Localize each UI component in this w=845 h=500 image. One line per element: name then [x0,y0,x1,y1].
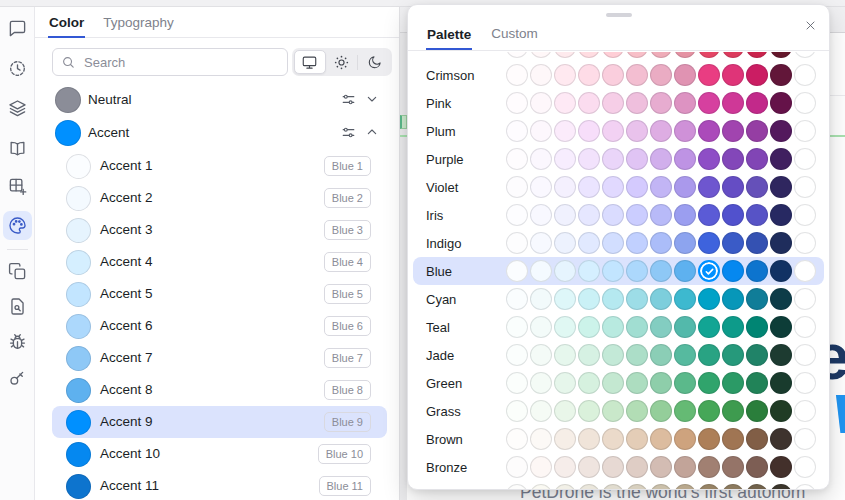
swatch-pink-2[interactable] [530,92,552,114]
swatch-7[interactable] [650,52,672,58]
swatch-purple-6[interactable] [626,148,648,170]
swatch-plum-2[interactable] [530,120,552,142]
swatch-grass-3[interactable] [554,400,576,422]
swatch-pink-3[interactable] [554,92,576,114]
swatch-crimson-10[interactable] [722,64,744,86]
swatch-teal-6[interactable] [626,316,648,338]
accent-step-row-8[interactable]: Accent 8Blue 8 [35,374,399,406]
accent-step-row-5[interactable]: Accent 5Blue 5 [35,278,399,310]
swatch-crimson-1[interactable] [506,64,528,86]
swatch-7[interactable] [650,484,672,489]
swatch-purple-9[interactable] [698,148,720,170]
swatch-green-11[interactable] [746,372,768,394]
swatch-brown-4[interactable] [578,428,600,450]
group-row-neutral[interactable]: Neutral [35,84,399,117]
swatch-plum-3[interactable] [554,120,576,142]
swatch-cyan-4[interactable] [578,288,600,310]
swatch-brown-11[interactable] [746,428,768,450]
swatch-blue-9-selected[interactable] [698,260,720,282]
accent-step-row-6[interactable]: Accent 6Blue 6 [35,310,399,342]
swatch-pink-10[interactable] [722,92,744,114]
swatch-bronze-13[interactable] [794,456,816,478]
swatch-teal-5[interactable] [602,316,624,338]
key-icon[interactable] [3,363,32,392]
swatch-bronze-3[interactable] [554,456,576,478]
swatch-teal-7[interactable] [650,316,672,338]
swatch-5[interactable] [602,484,624,489]
swatch-cyan-7[interactable] [650,288,672,310]
chevron-down-icon[interactable] [364,91,380,108]
swatch-jade-1[interactable] [506,344,528,366]
swatch-crimson-2[interactable] [530,64,552,86]
swatch-1[interactable] [506,52,528,58]
swatch-bronze-9[interactable] [698,456,720,478]
swatch-jade-8[interactable] [674,344,696,366]
swatch-purple-2[interactable] [530,148,552,170]
swatch-crimson-9[interactable] [698,64,720,86]
swatch-grass-12[interactable] [770,400,792,422]
swatch-brown-5[interactable] [602,428,624,450]
swatch-green-2[interactable] [530,372,552,394]
accent-step-row-7[interactable]: Accent 7Blue 7 [35,342,399,374]
tab-color[interactable]: Color [48,7,85,38]
swatch-jade-2[interactable] [530,344,552,366]
swatch-indigo-11[interactable] [746,232,768,254]
swatch-cyan-8[interactable] [674,288,696,310]
swatch-violet-12[interactable] [770,176,792,198]
swatch-blue-8[interactable] [674,260,696,282]
swatch-green-10[interactable] [722,372,744,394]
swatch-plum-10[interactable] [722,120,744,142]
swatch-plum-13[interactable] [794,120,816,142]
swatch-brown-9[interactable] [698,428,720,450]
swatch-violet-8[interactable] [674,176,696,198]
accent-step-row-11[interactable]: Accent 11Blue 11 [35,470,399,500]
swatch-teal-4[interactable] [578,316,600,338]
swatch-purple-10[interactable] [722,148,744,170]
swatch-1[interactable] [506,484,528,489]
swatch-jade-11[interactable] [746,344,768,366]
swatch-pink-7[interactable] [650,92,672,114]
swatch-jade-4[interactable] [578,344,600,366]
swatch-green-5[interactable] [602,372,624,394]
swatch-cyan-11[interactable] [746,288,768,310]
swatch-iris-9[interactable] [698,204,720,226]
swatch-blue-11[interactable] [746,260,768,282]
swatch-iris-5[interactable] [602,204,624,226]
swatch-violet-5[interactable] [602,176,624,198]
swatch-grass-1[interactable] [506,400,528,422]
bug-icon[interactable] [3,327,32,356]
swatch-6[interactable] [626,484,648,489]
swatch-bronze-8[interactable] [674,456,696,478]
swatch-violet-1[interactable] [506,176,528,198]
swatch-5[interactable] [602,52,624,58]
swatch-grass-6[interactable] [626,400,648,422]
swatch-crimson-13[interactable] [794,64,816,86]
swatch-indigo-6[interactable] [626,232,648,254]
swatch-crimson-8[interactable] [674,64,696,86]
swatch-violet-10[interactable] [722,176,744,198]
swatch-purple-7[interactable] [650,148,672,170]
close-icon[interactable] [800,15,820,35]
swatch-teal-1[interactable] [506,316,528,338]
swatch-iris-12[interactable] [770,204,792,226]
swatch-8[interactable] [674,52,696,58]
swatch-indigo-5[interactable] [602,232,624,254]
swatch-indigo-1[interactable] [506,232,528,254]
swatch-brown-1[interactable] [506,428,528,450]
swatch-purple-5[interactable] [602,148,624,170]
swatch-bronze-12[interactable] [770,456,792,478]
swatch-grass-8[interactable] [674,400,696,422]
swatch-11[interactable] [746,484,768,489]
mixer-icon[interactable] [340,91,357,108]
swatch-grass-13[interactable] [794,400,816,422]
swatch-cyan-2[interactable] [530,288,552,310]
swatch-plum-6[interactable] [626,120,648,142]
swatch-9[interactable] [698,52,720,58]
swatch-teal-3[interactable] [554,316,576,338]
swatch-13[interactable] [794,52,816,58]
swatch-violet-6[interactable] [626,176,648,198]
swatch-pink-9[interactable] [698,92,720,114]
swatch-teal-10[interactable] [722,316,744,338]
swatch-jade-6[interactable] [626,344,648,366]
swatch-blue-6[interactable] [626,260,648,282]
